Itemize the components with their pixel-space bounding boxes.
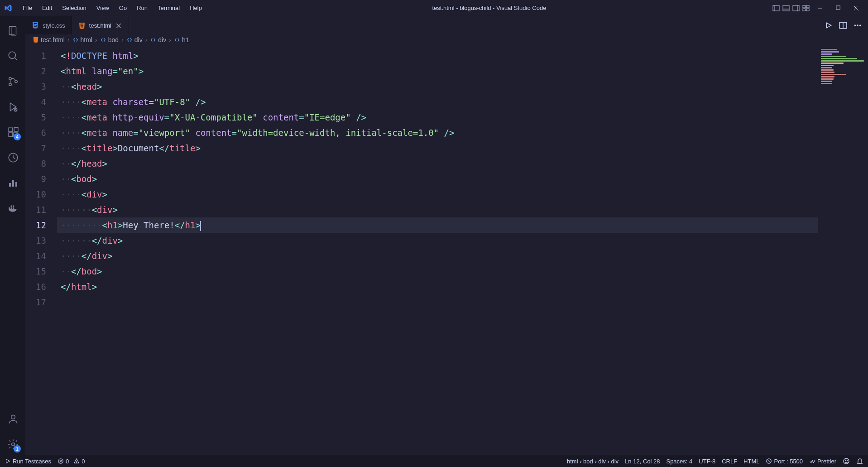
layout-panel-bottom-icon[interactable]	[782, 4, 790, 12]
close-button[interactable]	[848, 2, 864, 14]
menu-view[interactable]: View	[92, 3, 114, 13]
search-icon[interactable]	[2, 45, 24, 67]
breadcrumb-item[interactable]: h1	[174, 36, 189, 43]
svg-point-36	[12, 443, 15, 446]
status-language[interactable]: HTML	[743, 458, 759, 465]
code-line[interactable]: ··</bod>	[57, 264, 818, 279]
code-line[interactable]: ··</head>	[57, 156, 818, 171]
html-icon	[78, 22, 86, 29]
breadcrumb-item[interactable]: div	[126, 36, 143, 43]
code-line[interactable]: ····<div>	[57, 187, 818, 202]
status-path[interactable]: html › bod › div › div	[567, 458, 619, 465]
layout-panel-left-icon[interactable]	[772, 4, 780, 12]
svg-rect-32	[13, 207, 14, 209]
split-editor-icon[interactable]	[838, 20, 848, 30]
svg-point-43	[857, 24, 858, 26]
menu-run[interactable]: Run	[132, 3, 152, 13]
menu-help[interactable]: Help	[185, 3, 206, 13]
run-testcases-label: Run Testcases	[13, 458, 51, 465]
html-icon	[33, 37, 39, 43]
status-prettier[interactable]: Prettier	[809, 458, 836, 465]
code-line[interactable]: ····<meta http-equiv="X-UA-Compatible" c…	[57, 110, 818, 125]
code-line[interactable]: <!DOCTYPE html>	[57, 48, 818, 63]
live-share-icon[interactable]	[2, 147, 24, 169]
line-number: 15	[25, 264, 57, 279]
docker-icon[interactable]	[2, 197, 24, 219]
svg-rect-4	[793, 5, 799, 11]
status-spaces[interactable]: Spaces: 4	[666, 458, 692, 465]
status-port[interactable]: Port : 5500	[766, 458, 803, 465]
code-line[interactable]: ··<head>	[57, 79, 818, 94]
code-line[interactable]: </html>	[57, 279, 818, 294]
code-line[interactable]: ····<title>Document</title>	[57, 140, 818, 156]
svg-point-55	[847, 460, 847, 460]
extensions-icon[interactable]: 4	[2, 121, 24, 143]
minimize-button[interactable]	[812, 2, 828, 14]
status-eol[interactable]: CRLF	[722, 458, 737, 465]
brackets-icon	[126, 37, 133, 43]
status-encoding[interactable]: UTF-8	[699, 458, 715, 465]
svg-rect-30	[9, 207, 10, 209]
code-line[interactable]: ····</div>	[57, 248, 818, 264]
layout-customize-icon[interactable]	[802, 4, 810, 12]
menu-selection[interactable]: Selection	[58, 3, 91, 13]
minimap-line	[821, 67, 832, 68]
status-prettier-label: Prettier	[817, 458, 836, 465]
breadcrumb-item[interactable]: html	[72, 36, 92, 43]
svg-point-44	[859, 24, 861, 26]
code-editor[interactable]: 1234567891011121314151617 <!DOCTYPE html…	[25, 45, 868, 455]
code-line[interactable]	[57, 294, 818, 310]
breadcrumb-item[interactable]: bod	[100, 36, 119, 43]
line-number: 7	[25, 140, 57, 156]
code-content[interactable]: <!DOCTYPE html><html lang="en">··<head>·…	[57, 45, 818, 455]
run-icon[interactable]	[824, 20, 834, 30]
maximize-button[interactable]	[830, 2, 846, 14]
menu-edit[interactable]: Edit	[38, 3, 57, 13]
accounts-icon[interactable]	[2, 408, 24, 430]
status-bell-icon[interactable]	[856, 457, 863, 465]
metrics-icon[interactable]	[2, 172, 24, 194]
close-icon[interactable]	[115, 22, 122, 29]
problems-button[interactable]: 0 0	[58, 458, 85, 465]
code-line[interactable]: ······</div>	[57, 233, 818, 248]
brackets-icon	[100, 37, 106, 43]
tab-label: test.html	[89, 22, 111, 29]
menu-file[interactable]: File	[18, 3, 37, 13]
more-actions-icon[interactable]	[853, 20, 863, 30]
svg-rect-11	[836, 6, 839, 10]
breadcrumb-item[interactable]: test.html	[33, 36, 65, 43]
code-line[interactable]: ··<bod>	[57, 171, 818, 187]
line-number: 10	[25, 187, 57, 202]
run-testcases-button[interactable]: Run Testcases	[5, 458, 51, 465]
tab-test-html[interactable]: test.html	[72, 16, 129, 34]
tab-style-css[interactable]: style.css	[25, 16, 72, 34]
code-line[interactable]: ········<h1>Hey There!</h1>	[57, 217, 818, 233]
minimap[interactable]	[818, 45, 868, 455]
code-line[interactable]: <html lang="en">	[57, 63, 818, 79]
minimap-line	[821, 49, 837, 50]
source-control-icon[interactable]	[2, 71, 24, 92]
menu-terminal[interactable]: Terminal	[153, 3, 184, 13]
code-line[interactable]: ····<meta name="viewport" content="width…	[57, 125, 818, 140]
svg-point-14	[9, 52, 15, 58]
code-line[interactable]: ······<div>	[57, 202, 818, 217]
svg-point-53	[844, 458, 849, 464]
line-gutter: 1234567891011121314151617	[25, 45, 57, 455]
minimap-line	[821, 76, 834, 77]
settings-gear-icon[interactable]: 1	[2, 433, 24, 455]
breadcrumb-item[interactable]: div	[150, 36, 166, 43]
breadcrumb-separator: ›	[95, 36, 97, 43]
status-feedback-icon[interactable]	[843, 457, 850, 465]
status-position[interactable]: Ln 12, Col 28	[625, 458, 660, 465]
svg-rect-22	[9, 128, 13, 132]
brackets-icon	[72, 37, 79, 43]
explorer-icon[interactable]	[2, 20, 24, 42]
run-debug-icon[interactable]	[2, 96, 24, 118]
css-icon	[32, 22, 39, 29]
svg-rect-34	[13, 206, 14, 207]
editor-tabs: style.css test.html	[25, 16, 868, 34]
code-line[interactable]: ····<meta charset="UTF-8" />	[57, 94, 818, 110]
layout-panel-right-icon[interactable]	[792, 4, 800, 12]
line-number: 16	[25, 279, 57, 294]
menu-go[interactable]: Go	[115, 3, 131, 13]
